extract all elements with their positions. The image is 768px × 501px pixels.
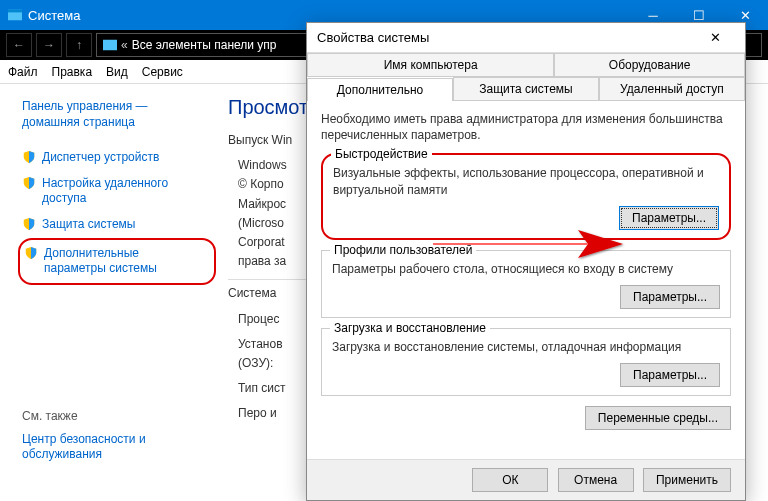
see-also-label: См. также [18,405,216,427]
group-desc: Визуальные эффекты, использование процес… [333,165,719,197]
dialog-title: Свойства системы [317,30,429,45]
up-button[interactable]: ↑ [66,33,92,57]
group-desc: Параметры рабочего стола, относящиеся ко… [332,261,720,277]
env-vars-button[interactable]: Переменные среды... [585,406,731,430]
dialog-footer: ОК Отмена Применить [307,459,745,500]
advanced-settings-link[interactable]: Дополнительные параметры системы [18,238,216,285]
shield-icon [22,176,36,190]
home-link[interactable]: Панель управления —домашняя страница [18,94,216,135]
panel-icon [103,38,117,52]
shield-icon [22,150,36,164]
group-title: Быстродействие [331,147,432,161]
side-nav: Панель управления —домашняя страница Дис… [0,84,220,501]
menu-tools[interactable]: Сервис [142,65,183,79]
apply-button[interactable]: Применить [643,468,731,492]
tab-hardware[interactable]: Оборудование [554,53,745,76]
window-title: Система [28,8,80,23]
user-profiles-group: Профили пользователей Параметры рабочего… [321,250,731,318]
tab-remote[interactable]: Удаленный доступ [599,77,745,100]
forward-button[interactable]: → [36,33,62,57]
svg-rect-1 [8,10,22,13]
group-title: Профили пользователей [330,243,476,257]
menu-edit[interactable]: Правка [52,65,93,79]
dialog-titlebar: Свойства системы ✕ [307,23,745,53]
system-protection-link[interactable]: Защита системы [18,212,216,238]
ok-button[interactable]: ОК [472,468,548,492]
tab-advanced[interactable]: Дополнительно [307,78,453,101]
startup-recovery-group: Загрузка и восстановление Загрузка и вос… [321,328,731,396]
device-manager-link[interactable]: Диспетчер устройств [18,145,216,171]
performance-group: Быстродействие Визуальные эффекты, испол… [321,153,731,239]
shield-icon [24,246,38,260]
system-icon [8,8,22,22]
cancel-button[interactable]: Отмена [558,468,634,492]
performance-settings-button[interactable]: Параметры... [619,206,719,230]
remote-settings-link[interactable]: Настройка удаленного доступа [18,171,216,212]
back-button[interactable]: ← [6,33,32,57]
tab-system-protection[interactable]: Защита системы [453,77,599,100]
group-title: Загрузка и восстановление [330,321,490,335]
group-desc: Загрузка и восстановление системы, отлад… [332,339,720,355]
admin-note: Необходимо иметь права администратора дл… [321,111,731,143]
main-content: Просмот Выпуск Win Windows © Корпо Майкр… [220,84,316,501]
menu-file[interactable]: Файл [8,65,38,79]
system-properties-dialog: Свойства системы ✕ Имя компьютера Оборуд… [306,22,746,501]
startup-settings-button[interactable]: Параметры... [620,363,720,387]
shield-icon [22,217,36,231]
svg-rect-2 [103,40,117,51]
tab-computer-name[interactable]: Имя компьютера [307,53,554,76]
dialog-close-button[interactable]: ✕ [695,24,735,52]
menu-view[interactable]: Вид [106,65,128,79]
page-title: Просмот [228,96,308,119]
breadcrumb: Все элементы панели упр [132,38,277,52]
security-center-link[interactable]: Центр безопасности и обслуживания [18,427,216,468]
profiles-settings-button[interactable]: Параметры... [620,285,720,309]
